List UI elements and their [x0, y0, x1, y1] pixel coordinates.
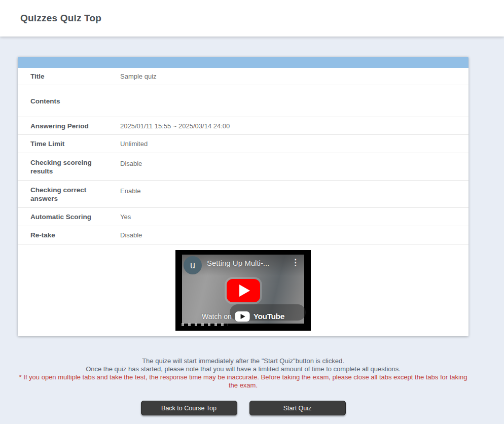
start-quiz-button[interactable]: Start Quiz — [249, 401, 346, 415]
table-row: Contents — [18, 85, 469, 117]
quiz-info-card: Title Sample quiz Contents Answering Per… — [18, 57, 469, 336]
youtube-brand-label: YouTube — [254, 312, 284, 321]
row-value: Disable — [120, 153, 469, 168]
play-button[interactable] — [227, 279, 260, 302]
row-value: Enable — [120, 181, 469, 195]
page-header: Quizzes Quiz Top — [0, 0, 504, 37]
row-label: Time Limit — [18, 135, 120, 152]
page-title: Quizzes Quiz Top — [20, 13, 101, 24]
table-header-bar — [18, 57, 469, 68]
table-row: Checking scoreing results Disable — [18, 153, 469, 181]
notice-line-1: The quize will start immediately after t… — [18, 357, 469, 365]
youtube-embed[interactable]: u Setting Up Multi-... ⋮ Watch on YouTub… — [175, 250, 311, 331]
row-label: Contents — [18, 93, 120, 110]
row-label: Answering Period — [18, 118, 120, 134]
row-label: Title — [18, 68, 120, 85]
video-title-link[interactable]: Setting Up Multi-... — [207, 259, 293, 267]
channel-avatar-letter: u — [190, 260, 195, 271]
row-value: Sample quiz — [120, 72, 469, 81]
table-row: Checking correct answers Enable — [18, 181, 469, 208]
row-label: Re-take — [18, 227, 120, 243]
action-button-bar: Back to Course Top Start Quiz — [18, 401, 469, 415]
watch-on-youtube-link[interactable]: Watch on YouTube — [202, 311, 284, 322]
play-icon — [239, 285, 250, 297]
thumbnail-filmstrip — [182, 323, 228, 326]
notice-warning: * If you open multiple tabs and take the… — [18, 373, 469, 390]
table-row: u Setting Up Multi-... ⋮ Watch on YouTub… — [18, 244, 469, 336]
quiz-notice: The quize will start immediately after t… — [18, 357, 469, 390]
table-row: Time Limit Unlimited — [18, 135, 469, 153]
youtube-logo-icon — [235, 311, 250, 322]
row-label: Checking scoreing results — [18, 153, 120, 180]
table-row: Automatic Scoring Yes — [18, 208, 469, 226]
row-value: Unlimited — [120, 139, 469, 148]
back-to-course-top-button[interactable]: Back to Course Top — [141, 401, 237, 415]
table-row: Re-take Disable — [18, 226, 469, 244]
watch-on-label: Watch on — [202, 312, 232, 321]
table-row: Answering Period 2025/01/11 15:55 ~ 2025… — [18, 117, 469, 135]
row-value: Yes — [120, 213, 469, 221]
row-value: Disable — [120, 231, 469, 239]
channel-avatar[interactable]: u — [184, 256, 202, 274]
main-content: Title Sample quiz Contents Answering Per… — [18, 57, 469, 415]
row-value: 2025/01/11 15:55 ~ 2025/03/14 24:00 — [120, 122, 469, 130]
notice-line-2: Once the quiz has started, please note t… — [18, 365, 469, 373]
row-label: Checking correct answers — [18, 181, 120, 207]
table-row: Title Sample quiz — [18, 68, 469, 85]
row-label: Automatic Scoring — [18, 208, 120, 225]
more-options-icon[interactable]: ⋮ — [291, 258, 300, 267]
